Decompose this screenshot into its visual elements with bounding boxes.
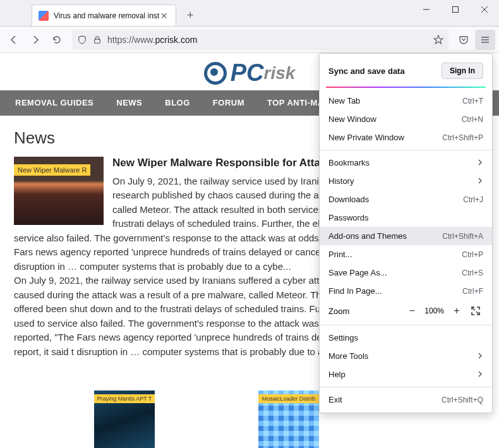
titlebar: Virus and malware removal inst ✕ + xyxy=(0,0,499,27)
nav-toolbar: https://www.pcrisk.com xyxy=(0,27,499,53)
menu-shortcut: Ctrl+Shift+Q xyxy=(442,396,483,404)
svg-line-9 xyxy=(476,312,479,314)
menu-item-label: Downloads xyxy=(328,195,369,204)
menu-item-label: More Tools xyxy=(328,351,368,361)
window-controls xyxy=(412,0,499,19)
menu-item-new-tab[interactable]: New TabCtrl+T xyxy=(320,92,492,110)
app-menu-button[interactable] xyxy=(475,30,495,50)
menu-shortcut: Ctrl+P xyxy=(462,250,483,259)
menu-separator xyxy=(320,150,492,150)
menu-item-more-tools[interactable]: More Tools xyxy=(320,347,492,365)
pocket-button[interactable] xyxy=(454,30,474,50)
menu-item-label: Passwords xyxy=(328,213,369,222)
close-tab-icon[interactable]: ✕ xyxy=(159,11,169,21)
article-banner: New Wiper Malware R xyxy=(14,164,90,176)
menu-item-settings[interactable]: Settings xyxy=(320,329,492,347)
menu-shortcut: Ctrl+N xyxy=(462,115,483,124)
minimize-button[interactable] xyxy=(412,0,441,19)
zoom-label: Zoom xyxy=(328,306,404,316)
svg-line-8 xyxy=(472,308,475,310)
menu-item-label: Exit xyxy=(328,395,342,404)
article-thumbnail[interactable]: New Wiper Malware R xyxy=(14,157,104,225)
zoom-in-button[interactable]: + xyxy=(449,303,464,318)
menu-item-label: Settings xyxy=(328,333,358,342)
menu-item-label: Add-ons and Themes xyxy=(328,231,407,241)
card-thumbnail: Praying Mantis APT T xyxy=(94,390,155,448)
close-window-button[interactable] xyxy=(470,0,499,19)
menu-item-save-page-as[interactable]: Save Page As...Ctrl+S xyxy=(320,263,492,282)
nav-blog[interactable]: BLOG xyxy=(165,98,190,107)
menu-item-label: New Private Window xyxy=(328,133,404,142)
shield-icon[interactable] xyxy=(77,35,87,45)
nav-removal-guides[interactable]: REMOVAL GUIDES xyxy=(15,98,93,107)
browser-tab[interactable]: Virus and malware removal inst ✕ xyxy=(32,4,176,26)
card-thumbnail: MosaicLoader Distrib xyxy=(258,390,319,448)
menu-shortcut: Ctrl+S xyxy=(462,269,483,277)
new-tab-button[interactable]: + xyxy=(181,6,199,24)
menu-shortcut: Ctrl+Shift+A xyxy=(442,232,483,241)
menu-shortcut: Ctrl+J xyxy=(463,195,483,204)
svg-rect-4 xyxy=(95,39,100,43)
svg-rect-1 xyxy=(453,7,459,13)
maximize-button[interactable] xyxy=(441,0,470,19)
menu-item-label: Help xyxy=(328,370,346,379)
zoom-value: 100% xyxy=(419,306,449,315)
zoom-out-button[interactable]: − xyxy=(404,303,419,318)
menu-item-print[interactable]: Print...Ctrl+P xyxy=(320,245,492,263)
fullscreen-button[interactable] xyxy=(468,303,483,318)
rainbow-divider xyxy=(326,87,486,88)
menu-separator xyxy=(320,325,492,325)
forward-button[interactable] xyxy=(25,30,45,50)
menu-shortcut: Ctrl+Shift+P xyxy=(442,133,483,142)
lock-icon[interactable] xyxy=(92,35,102,45)
menu-shortcut: Ctrl+T xyxy=(462,97,483,106)
menu-item-bookmarks[interactable]: Bookmarks xyxy=(320,154,492,172)
menu-item-find-in-page[interactable]: Find In Page...Ctrl+F xyxy=(320,282,492,300)
menu-item-label: Bookmarks xyxy=(328,158,370,167)
logo-icon xyxy=(204,62,227,85)
menu-item-passwords[interactable]: Passwords xyxy=(320,209,492,227)
url-bar[interactable]: https://www.pcrisk.com xyxy=(72,30,448,50)
nav-news[interactable]: NEWS xyxy=(116,98,142,107)
menu-item-label: New Window xyxy=(328,114,376,124)
menu-zoom-row: Zoom − 100% + xyxy=(320,300,492,322)
bookmark-star-icon[interactable] xyxy=(433,35,443,45)
menu-shortcut: Ctrl+F xyxy=(462,287,483,296)
menu-item-help[interactable]: Help xyxy=(320,365,492,384)
chevron-right-icon xyxy=(477,158,483,167)
chevron-right-icon xyxy=(477,351,483,361)
menu-item-new-window[interactable]: New WindowCtrl+N xyxy=(320,110,492,128)
sign-in-button[interactable]: Sign In xyxy=(442,63,483,79)
url-text: https://www.pcrisk.com xyxy=(107,35,428,45)
menu-sync-header: Sync and save data Sign In xyxy=(320,58,492,84)
menu-item-label: History xyxy=(328,176,354,186)
reload-button[interactable] xyxy=(47,30,67,50)
menu-item-exit[interactable]: ExitCtrl+Shift+Q xyxy=(320,390,492,409)
menu-separator xyxy=(320,387,492,387)
menu-item-history[interactable]: History xyxy=(320,172,492,190)
favicon xyxy=(39,11,49,21)
menu-item-label: Find In Page... xyxy=(328,286,382,296)
back-button[interactable] xyxy=(4,30,24,50)
menu-item-label: Save Page As... xyxy=(328,268,387,277)
chevron-right-icon xyxy=(477,176,483,186)
menu-item-label: Print... xyxy=(328,250,352,259)
chevron-right-icon xyxy=(477,370,483,379)
menu-item-new-private-window[interactable]: New Private WindowCtrl+Shift+P xyxy=(320,128,492,147)
menu-item-label: New Tab xyxy=(328,96,360,106)
menu-item-add-ons-and-themes[interactable]: Add-ons and ThemesCtrl+Shift+A xyxy=(320,227,492,245)
app-menu: Sync and save data Sign In New TabCtrl+T… xyxy=(319,53,493,413)
tab-title: Virus and malware removal inst xyxy=(54,11,159,20)
menu-item-downloads[interactable]: DownloadsCtrl+J xyxy=(320,190,492,209)
card-item[interactable]: Praying Mantis APT T Praying Mantis APT … xyxy=(52,390,197,448)
nav-forum[interactable]: FORUM xyxy=(213,98,244,107)
